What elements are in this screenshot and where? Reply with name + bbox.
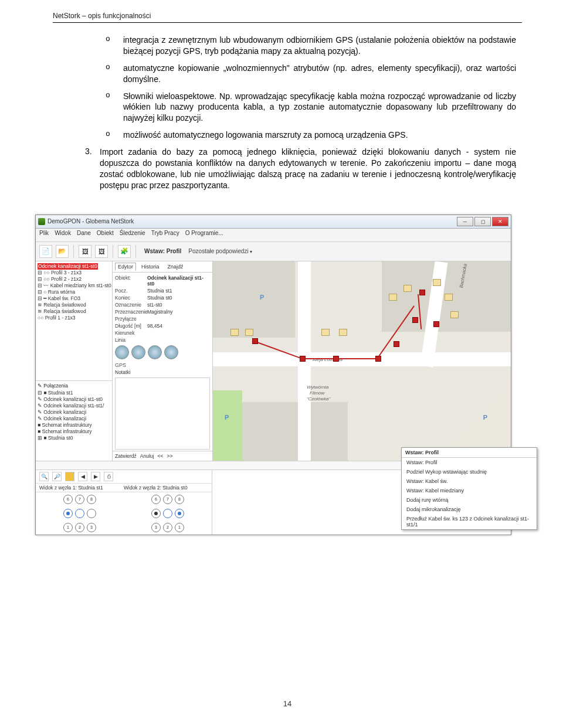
duct-circle[interactable]: 8 — [87, 495, 96, 504]
factory-label: Filmów — [310, 390, 324, 396]
duct-circle[interactable]: 6 — [63, 495, 73, 504]
globe-icon[interactable] — [115, 345, 129, 359]
notes-textarea[interactable] — [115, 377, 210, 450]
duct-circle[interactable]: 2 — [163, 523, 172, 532]
prev-button[interactable]: << — [157, 453, 163, 459]
arrow-right-icon[interactable]: ▶ — [91, 472, 100, 481]
field-value[interactable] — [147, 316, 210, 322]
parking-icon: P — [483, 414, 487, 421]
zoom-out-icon[interactable]: 🔎 — [52, 472, 62, 481]
duct-circle[interactable]: 6 — [151, 495, 161, 504]
toolbar-icon[interactable]: 🧩 — [118, 245, 131, 258]
duct-circle[interactable] — [175, 509, 184, 518]
maximize-button[interactable]: ◻ — [474, 217, 491, 226]
duct-circle[interactable] — [163, 509, 172, 518]
globe-icon[interactable] — [131, 345, 145, 359]
duct-circle[interactable] — [63, 509, 73, 518]
bullet-marker: o — [106, 130, 123, 141]
duct-circle[interactable]: 2 — [75, 523, 84, 532]
menu-sledzenie[interactable]: Śledzenie — [120, 230, 145, 240]
tree-row[interactable]: ⊟ ■ Studnia st1 — [38, 390, 110, 396]
context-menu-item[interactable]: Dodaj mikrokanalizację — [402, 505, 537, 514]
tree-row[interactable]: ○○ Profil 1 - z1x3 — [38, 315, 110, 321]
menu-obiekt[interactable]: Obiekt — [97, 230, 114, 240]
tree-objects[interactable]: Odcinek kanalizacji st1-st0 ⊟ ○○ Profil … — [36, 261, 112, 381]
tree-row[interactable]: ✎ Odcinek kanalizacji st1-st0 — [38, 396, 110, 403]
duct-circle[interactable] — [75, 509, 84, 518]
duct-circle[interactable]: 1 — [63, 523, 73, 532]
duct-circle[interactable]: 7 — [163, 495, 172, 504]
context-menu-item[interactable]: Dodaj rurę wtórną — [402, 495, 537, 505]
tree-row[interactable]: ⊞ ■ Studnia st0 — [38, 435, 110, 441]
tree-row[interactable]: ■ Schemat infrastruktury — [38, 428, 110, 435]
sub-bullet-list: ointegracja z zewnętrznym lub wbudowanym… — [106, 35, 516, 141]
tree-row[interactable]: ⊟ ○○ Profil 2 - z1x2 — [38, 276, 110, 283]
tree-selected[interactable]: Odcinek kanalizacji st1-st0 — [38, 263, 98, 270]
duct-circle[interactable]: 3 — [87, 523, 96, 532]
context-menu-title: Wstaw: Profil — [405, 450, 439, 455]
toolbar-icon[interactable]: 🖼 — [79, 245, 91, 258]
confirm-button[interactable]: Zatwierdź — [115, 453, 137, 459]
field-label: Pocz. — [115, 288, 147, 294]
tree-row[interactable]: ✎ Odcinek kanalizacji st1-st1/ — [38, 403, 110, 409]
field-value[interactable] — [147, 337, 210, 343]
minimize-button[interactable]: ─ — [457, 217, 473, 226]
toolbar-icon[interactable]: 📄 — [39, 245, 52, 258]
duct-circle[interactable]: 1 — [175, 523, 184, 532]
gps-label: GPS — [115, 362, 210, 368]
toolbar-icon[interactable]: 📂 — [56, 245, 69, 258]
context-menu-item[interactable]: Przedłuż Kabel św. ks 123 z Odcinek kana… — [402, 514, 537, 529]
tab-historia[interactable]: Historia — [138, 263, 162, 271]
context-menu-item[interactable]: Podziel Wykop wstawiając studnię — [402, 467, 537, 477]
zoom-in-icon[interactable]: 🔍 — [39, 472, 49, 481]
menu-trybpracy[interactable]: Tryb Pracy — [151, 230, 179, 240]
arrow-left-icon[interactable]: ◀ — [78, 472, 87, 481]
tree-row[interactable]: ≋ Relacja światłowod — [38, 302, 110, 308]
field-label: Kierunek — [115, 330, 147, 336]
tree-row[interactable]: ⊟ ━ Kabel św. FO3 — [38, 295, 110, 302]
context-menu: Wstaw: Profil Wstaw: Profil Podziel Wyko… — [401, 447, 537, 530]
toolbar-dropdown[interactable]: Pozostałe podpowiedzi — [188, 248, 252, 254]
globe-icon[interactable] — [164, 345, 178, 359]
cancel-button[interactable]: Anuluj — [140, 453, 154, 459]
color-icon[interactable] — [65, 472, 74, 481]
context-menu-item[interactable]: Wstaw: Profil — [402, 458, 537, 467]
menu-dane[interactable]: Dane — [77, 230, 91, 240]
field-value[interactable]: Studnia st1 — [147, 288, 210, 294]
tree-row[interactable]: ✎ Odcinek kanalizacji — [38, 416, 110, 422]
node-view-panel: 🔍 🔎 ◀ ▶ ⎙ Widok z węzła 1: Studnia st1 W… — [36, 470, 212, 535]
menu-oprogramie[interactable]: O Programie... — [185, 230, 223, 240]
context-menu-item[interactable]: Wstaw: Kabel miedziany — [402, 486, 537, 495]
menu-plik[interactable]: Plik — [39, 230, 49, 240]
field-value[interactable]: st1-st0 — [147, 302, 210, 308]
field-value[interactable]: Magistralny — [147, 309, 210, 315]
tree-row[interactable]: ⊟ 〰 Kabel miedziany km st1-st0 0 — [38, 283, 110, 289]
bullet-text: automatyczne kopiowanie „wolnozmiennych"… — [123, 63, 516, 85]
duct-circle[interactable]: 8 — [175, 495, 184, 504]
tree-row[interactable]: ≋ Relacja światłowod — [38, 308, 110, 315]
tab-znajdz[interactable]: Znajdź — [165, 263, 186, 271]
duct-circle[interactable]: 7 — [75, 495, 84, 504]
context-menu-item[interactable]: Wstaw: Kabel św. — [402, 477, 537, 486]
field-value[interactable]: 98,454 — [147, 323, 210, 329]
duct-circle[interactable] — [87, 509, 96, 518]
tree-row[interactable]: ⊟ ○○ Profil 3 - z1x3 — [38, 270, 110, 276]
tree-row[interactable]: ■ Schemat infrastruktury — [38, 422, 110, 428]
next-button[interactable]: >> — [167, 453, 172, 459]
tree-row[interactable]: ⊟ ○ Rura wtórna — [38, 289, 110, 295]
print-icon[interactable]: ⎙ — [104, 472, 113, 481]
field-value[interactable]: Studnia st0 — [147, 295, 210, 301]
globe-icon[interactable] — [148, 345, 162, 359]
editor-tabs: Edytor Historia Znajdź — [113, 261, 212, 273]
tree-connections[interactable]: ✎ Połączenia ⊟ ■ Studnia st1 ✎ Odcinek k… — [36, 381, 112, 461]
tree-row[interactable]: ✎ Odcinek kanalizacji — [38, 409, 110, 416]
field-value[interactable] — [147, 330, 210, 336]
duct-circle[interactable] — [151, 509, 161, 518]
bullet-marker: o — [106, 91, 123, 124]
toolbar-icon[interactable]: 🖼 — [95, 245, 108, 258]
menu-widok[interactable]: Widok — [55, 230, 71, 240]
map-canvas[interactable]: Aleja Lotników Bachmacka Wytwórnia Filmó… — [213, 261, 511, 461]
duct-circle[interactable]: 3 — [151, 523, 161, 532]
tab-edytor[interactable]: Edytor — [115, 263, 136, 271]
close-button[interactable]: ✕ — [492, 217, 508, 226]
